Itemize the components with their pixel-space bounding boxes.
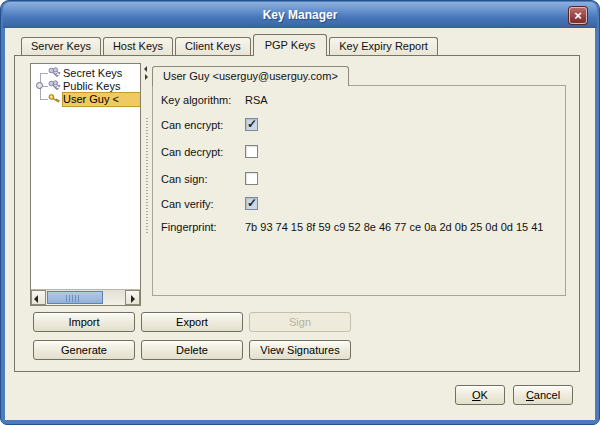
cancel-rest: ancel <box>534 389 560 401</box>
splitter[interactable] <box>143 63 152 306</box>
gold-key-icon <box>48 93 61 106</box>
tab-host-keys[interactable]: Host Keys <box>103 37 173 55</box>
tree-item-public-keys[interactable]: Public Keys <box>31 80 140 93</box>
close-icon: × <box>574 8 582 23</box>
scroll-left-icon <box>34 295 38 303</box>
key-manager-window: Key Manager × Server Keys Host Keys Clie… <box>0 0 600 425</box>
field-can-decrypt: Can decrypt: ✓ <box>161 144 561 160</box>
dialog-content: Server Keys Host Keys Client Keys PGP Ke… <box>5 28 595 420</box>
keys-icon <box>48 67 61 80</box>
scrollbar-grip-icon <box>66 295 79 302</box>
check-icon: ✓ <box>247 116 257 132</box>
tab-client-keys[interactable]: Client Keys <box>175 37 251 55</box>
key-tree[interactable]: Secret Keys Public Keys <box>30 63 141 306</box>
field-label: Fingerprint: <box>161 219 217 235</box>
tree-item-secret-keys[interactable]: Secret Keys <box>31 67 140 80</box>
splitter-grip-icon <box>146 118 148 233</box>
tree-horizontal-scrollbar[interactable] <box>31 289 140 305</box>
scroll-right-button[interactable] <box>125 290 140 305</box>
field-label: Key algorithm: <box>161 92 231 108</box>
tree-item-label: User Guy < <box>63 93 140 106</box>
can-sign-checkbox[interactable]: ✓ <box>245 172 258 185</box>
field-label: Can encrypt: <box>161 117 223 133</box>
import-button[interactable]: Import <box>33 312 135 332</box>
titlebar[interactable]: Key Manager <box>3 2 597 28</box>
tab-user-guy-key[interactable]: User Guy <userguy@userguy.com> <box>152 66 349 86</box>
key-details-panel: Key algorithm: RSA Can encrypt: ✓ Can de… <box>152 85 566 296</box>
keys-icon <box>48 80 61 93</box>
cancel-button[interactable]: Cancel <box>513 385 573 405</box>
tree-item-label: Public Keys <box>63 80 140 93</box>
field-value: RSA <box>245 92 268 108</box>
field-label: Can sign: <box>161 171 207 187</box>
scroll-right-icon <box>131 295 135 303</box>
tab-key-expiry-report[interactable]: Key Expiry Report <box>329 37 438 55</box>
scroll-left-button[interactable] <box>31 290 46 305</box>
can-encrypt-checkbox[interactable]: ✓ <box>245 118 258 131</box>
tree-item-label: Secret Keys <box>63 67 140 80</box>
field-key-algorithm: Key algorithm: RSA <box>161 92 561 108</box>
main-tabbar: Server Keys Host Keys Client Keys PGP Ke… <box>21 34 440 55</box>
field-label: Can verify: <box>161 196 214 212</box>
pgp-keys-panel: Secret Keys Public Keys <box>14 55 580 372</box>
generate-button[interactable]: Generate <box>33 340 135 360</box>
field-can-encrypt: Can encrypt: ✓ <box>161 117 561 133</box>
can-decrypt-checkbox[interactable]: ✓ <box>245 145 258 158</box>
field-can-sign: Can sign: ✓ <box>161 171 561 187</box>
view-signatures-button[interactable]: View Signatures <box>249 340 351 360</box>
can-verify-checkbox[interactable]: ✓ <box>245 197 258 210</box>
close-button[interactable]: × <box>569 7 587 24</box>
check-icon: ✓ <box>247 195 257 211</box>
field-label: Can decrypt: <box>161 144 223 160</box>
cancel-mnemonic: C <box>526 389 534 401</box>
splitter-collapse-left-icon[interactable] <box>144 66 147 72</box>
field-can-verify: Can verify: ✓ <box>161 196 561 212</box>
splitter-collapse-right-icon[interactable] <box>145 74 148 80</box>
tab-pgp-keys[interactable]: PGP Keys <box>253 34 328 56</box>
tab-server-keys[interactable]: Server Keys <box>21 37 101 55</box>
tree-item-user-guy[interactable]: User Guy < <box>31 93 140 106</box>
ok-rest: K <box>481 389 488 401</box>
sign-button[interactable]: Sign <box>249 312 351 332</box>
field-fingerprint: Fingerprint: 7b 93 74 15 8f 59 c9 52 8e … <box>161 219 561 235</box>
export-button[interactable]: Export <box>141 312 243 332</box>
window-title: Key Manager <box>3 2 597 28</box>
fingerprint-value: 7b 93 74 15 8f 59 c9 52 8e 46 77 ce 0a 2… <box>245 219 543 235</box>
ok-mnemonic: O <box>472 389 481 401</box>
ok-button[interactable]: OK <box>455 385 505 405</box>
delete-button[interactable]: Delete <box>141 340 243 360</box>
scrollbar-thumb[interactable] <box>47 291 103 304</box>
